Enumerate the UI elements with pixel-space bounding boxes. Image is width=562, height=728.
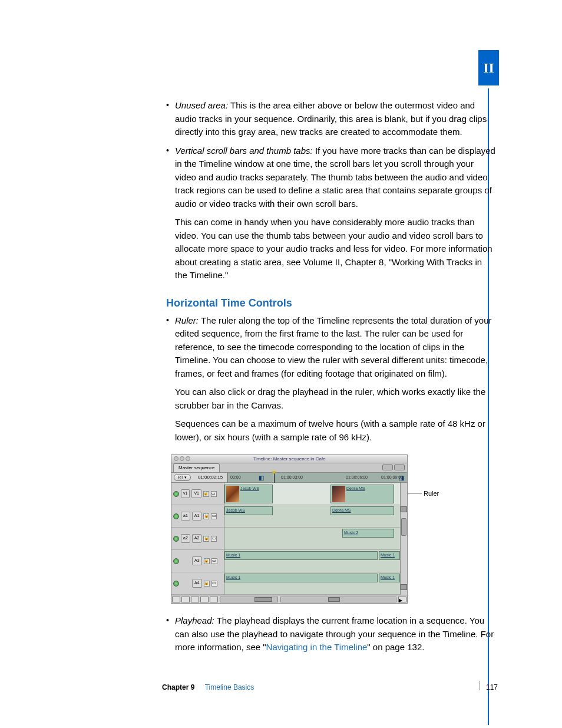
track-header-a4[interactable]: A4 🔒 ▭: [171, 572, 224, 595]
timeline-ruler[interactable]: 00:00 ◧ 01:00:03;00 01:00:06;00 ◨ 01:00:…: [227, 473, 407, 482]
toggle-button[interactable]: [191, 597, 199, 602]
thumb-tab[interactable]: [401, 584, 407, 590]
zoom-thumb[interactable]: [254, 597, 272, 602]
dest-patch[interactable]: A1: [192, 512, 202, 521]
clip-video[interactable]: Debra MS: [330, 485, 394, 503]
lock-icon[interactable]: 🔒: [204, 558, 210, 564]
clip-audio[interactable]: Music 1: [379, 551, 400, 560]
track-a4[interactable]: Music 1 Music 1: [224, 572, 400, 595]
page-content: Unused area: This is the area either abo…: [166, 99, 496, 660]
toggle-button[interactable]: [210, 597, 218, 602]
ruler-tick: 01:00:09;00: [381, 475, 403, 481]
track-enable-icon[interactable]: [173, 536, 179, 542]
dest-patch[interactable]: A2: [192, 534, 202, 543]
autoselect-icon[interactable]: ▭: [211, 491, 217, 497]
autoselect-icon[interactable]: ▭: [211, 558, 217, 564]
term: Playhead:: [175, 615, 214, 625]
ruler-p3: Sequences can be a maximum of twelve hou…: [175, 417, 496, 444]
bullet-ruler: Ruler: The ruler along the top of the Ti…: [166, 314, 496, 444]
timeline-figure: Playhead Ruler Timeline: Master sequence…: [171, 454, 489, 604]
toggle-button[interactable]: [172, 597, 180, 602]
autoselect-icon[interactable]: ▭: [211, 513, 217, 519]
clip-video[interactable]: Jacob WS: [224, 485, 273, 503]
dest-patch[interactable]: V1: [191, 489, 201, 498]
clip-label: Jacob WS: [240, 486, 259, 490]
track-header-a2[interactable]: a2 A2 🔒 ▭: [171, 528, 224, 550]
timeline-footer: ▶: [171, 595, 407, 603]
page-footer: Chapter 9 Timeline Basics 117: [162, 682, 498, 693]
track-content-column[interactable]: Jacob WS Debra MS Jacob WS Debra MS Musi…: [224, 483, 400, 595]
clip-thumb: [332, 486, 345, 502]
chapter-label: Chapter 9: [162, 683, 194, 691]
chapter-title: Timeline Basics: [205, 683, 254, 691]
source-patch[interactable]: a2: [181, 534, 190, 543]
track-header-a1[interactable]: a1 A1 🔒 ▭: [171, 505, 224, 528]
horizontal-scrollbar[interactable]: [280, 597, 396, 602]
clip-audio[interactable]: Music 2: [342, 529, 394, 538]
tabbar-buttons[interactable]: [382, 465, 405, 470]
scroll-thumb[interactable]: [401, 518, 406, 536]
ruler-p2: You can also click or drag the playhead …: [175, 386, 496, 412]
bullet-list-top: Unused area: This is the area either abo…: [166, 99, 496, 282]
section-heading: Horizontal Time Controls: [166, 295, 496, 311]
autoselect-icon[interactable]: ▭: [211, 581, 217, 587]
timeline-tabbar: Master sequence: [171, 463, 407, 473]
window-titlebar[interactable]: Timeline: Master sequence in Cafe: [171, 455, 407, 463]
track-a3[interactable]: Music 1 Music 1: [224, 550, 400, 572]
lock-icon[interactable]: 🔒: [203, 491, 209, 497]
toggle-button[interactable]: [200, 597, 209, 602]
dest-patch[interactable]: A4: [192, 579, 202, 588]
clip-audio[interactable]: Music 1: [224, 551, 378, 560]
bullet-scrollbars: Vertical scroll bars and thumb tabs: If …: [166, 144, 496, 282]
rt-button[interactable]: RT ▾: [174, 474, 191, 482]
clip-audio[interactable]: Debra MS: [330, 506, 394, 515]
bullet-playhead: Playhead: The playhead displays the curr…: [166, 614, 496, 654]
thumb-tab[interactable]: [401, 506, 407, 512]
footer-divider: [480, 681, 480, 690]
track-enable-icon[interactable]: [173, 491, 179, 497]
track-enable-icon[interactable]: [173, 558, 179, 564]
track-enable-icon[interactable]: [173, 581, 179, 587]
scroll-right-icon[interactable]: ▶: [398, 597, 406, 602]
lock-icon[interactable]: 🔒: [203, 536, 209, 542]
bullet-extra: This can come in handy when you have con…: [175, 216, 496, 282]
playhead[interactable]: [274, 473, 275, 483]
track-a2[interactable]: Music 2: [224, 528, 400, 550]
zoom-slider[interactable]: [220, 597, 278, 602]
bullet-text-post: " on page 132.: [367, 642, 424, 652]
toggle-button[interactable]: [181, 597, 190, 602]
timeline-toolbar: RT ▾ 01:00:02;15 00:00 ◧ 01:00:03;00 01:…: [171, 473, 407, 483]
clip-audio[interactable]: Music 1: [379, 574, 400, 582]
ruler-tick: 01:00:06;00: [346, 475, 368, 481]
clip-audio[interactable]: Jacob WS: [224, 506, 273, 515]
scroll-thumb[interactable]: [328, 597, 340, 602]
vertical-scrollbar[interactable]: [400, 483, 407, 595]
timeline-window: Timeline: Master sequence in Cafe Master…: [171, 454, 408, 604]
ruler-tick: 01:00:03;00: [281, 475, 303, 481]
track-header-column: v1 V1 🔒 ▭ a1 A1 🔒 ▭ a2: [171, 483, 224, 595]
xref-link[interactable]: Navigating in the Timeline: [266, 642, 368, 652]
track-header-v1[interactable]: v1 V1 🔒 ▭: [171, 483, 224, 505]
lock-icon[interactable]: 🔒: [204, 581, 210, 587]
clip-audio[interactable]: Music 1: [224, 574, 378, 582]
ruler-tick: 00:00: [230, 475, 241, 481]
lock-icon[interactable]: 🔒: [203, 513, 209, 519]
in-marker-icon[interactable]: ◧: [259, 473, 264, 482]
track-a1[interactable]: Jacob WS Debra MS: [224, 505, 400, 528]
bullet-list-ruler: Ruler: The ruler along the top of the Ti…: [166, 314, 496, 444]
track-header-a3[interactable]: A3 🔒 ▭: [171, 550, 224, 572]
source-patch[interactable]: a1: [181, 512, 190, 521]
track-v1[interactable]: Jacob WS Debra MS: [224, 483, 400, 505]
dest-patch[interactable]: A3: [192, 556, 202, 565]
timeline-body: v1 V1 🔒 ▭ a1 A1 🔒 ▭ a2: [171, 483, 407, 595]
source-patch[interactable]: v1: [181, 489, 190, 498]
term: Ruler:: [175, 315, 199, 325]
sequence-tab[interactable]: Master sequence: [173, 463, 220, 472]
bullet-list-playhead: Playhead: The playhead displays the curr…: [166, 614, 496, 654]
term: Unused area:: [175, 100, 228, 110]
traffic-lights[interactable]: [174, 456, 190, 461]
autoselect-icon[interactable]: ▭: [211, 536, 217, 542]
current-timecode[interactable]: 01:00:02;15: [193, 474, 227, 481]
track-enable-icon[interactable]: [173, 513, 179, 519]
part-tab: II: [478, 50, 499, 85]
